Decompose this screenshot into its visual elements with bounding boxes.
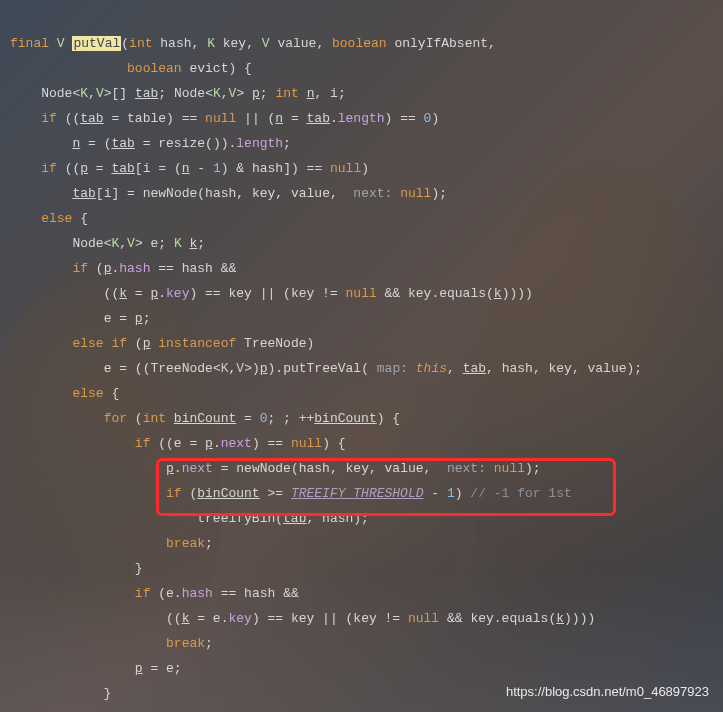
kw-final: final xyxy=(10,36,49,51)
ret-type: V xyxy=(57,36,65,51)
method-name: putVal xyxy=(72,36,121,51)
code-block: final V putVal(int hash, K key, V value,… xyxy=(10,6,713,712)
watermark-text: https://blog.csdn.net/m0_46897923 xyxy=(506,679,709,704)
